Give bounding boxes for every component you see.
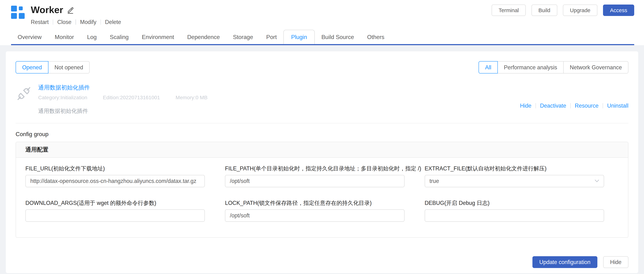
file-url-input[interactable] [26,175,205,187]
tab-log[interactable]: Log [80,30,103,44]
divider [53,20,53,25]
tab-overview[interactable]: Overview [11,30,48,44]
plugin-description: 通用数据初始化插件 [38,108,520,115]
field-extract-file: EXTRACT_FILE(默认自动对初始化文件进行解压) true [425,166,604,187]
lock-path-input[interactable] [225,210,404,222]
filter-all[interactable]: All [478,61,498,74]
field-label: DOWNLOAD_ARGS(适用于 wget 的额外命令行参数) [26,200,205,206]
field-label: DEBUG(开启 Debug 日志) [425,200,604,206]
plugin-memory: Memory:0 MB [176,94,208,100]
edit-title-pencil-icon[interactable] [67,7,74,14]
field-debug: DEBUG(开启 Debug 日志) [425,200,604,222]
resource-plugin-link[interactable]: Resource [575,102,599,109]
config-form: FILE_URL(初始化文件下载地址) FILE_PATH(单个目录初始化时，指… [16,158,628,237]
plugin-panel-card: Opened Not opened All Performance analys… [6,51,638,273]
plugin-state-filter: Opened Not opened [16,61,90,74]
tab-build-source[interactable]: Build Source [315,30,360,44]
title-row: Worker [31,4,121,16]
field-file-url: FILE_URL(初始化文件下载地址) [26,166,205,187]
field-label: FILE_PATH(单个目录初始化时，指定持久化目录地址；多目录初始化时，指定 … [225,166,404,172]
service-action-links: Restart Close Modify Delete [31,19,121,25]
plugin-meta: Category:Initialization Edition:20220713… [38,94,520,100]
config-footer: Update configuration Hide [16,256,628,269]
tab-others[interactable]: Others [361,30,391,44]
tab-environment[interactable]: Environment [135,30,180,44]
filter-row: Opened Not opened All Performance analys… [16,61,628,74]
extract-file-select[interactable]: true [425,175,604,187]
field-download-args: DOWNLOAD_ARGS(适用于 wget 的额外命令行参数) [26,200,205,222]
field-file-path: FILE_PATH(单个目录初始化时，指定持久化目录地址；多目录初始化时，指定 … [225,166,404,187]
plugin-category: Category:Initialization [38,94,88,100]
config-group-panel: 通用配置 FILE_URL(初始化文件下载地址) FILE_PATH(单个目录初… [16,142,628,238]
field-lock-path: LOCK_PATH(锁文件保存路径，指定任意存在的持久化目录) [225,200,404,222]
tab-dependence[interactable]: Dependence [181,30,226,44]
hide-plugin-link[interactable]: Hide [520,102,531,109]
update-configuration-button[interactable]: Update configuration [532,256,598,268]
hide-config-button[interactable]: Hide [603,256,628,268]
page-body: Opened Not opened All Performance analys… [0,45,644,273]
tab-scaling[interactable]: Scaling [103,30,135,44]
uninstall-plugin-link[interactable]: Uninstall [607,102,628,109]
plug-icon [16,86,32,101]
page-title: Worker [31,4,63,16]
file-path-input[interactable] [225,175,404,187]
filter-performance-analysis[interactable]: Performance analysis [498,61,564,74]
tab-bar: Overview Monitor Log Scaling Environment… [11,30,634,45]
header-top-row: Worker Restart Close Modify Delete [11,4,634,26]
config-group-label: Config group [16,131,628,138]
divider [570,103,571,108]
modify-link[interactable]: Modify [80,19,96,25]
deactivate-plugin-link[interactable]: Deactivate [540,102,566,109]
restart-link[interactable]: Restart [31,19,48,25]
plugin-category-filter: All Performance analysis Network Governa… [478,61,628,74]
plugin-name-link[interactable]: 通用数据初始化插件 [38,84,520,91]
divider [603,103,603,108]
chevron-down-icon [595,180,599,182]
plugin-actions: Hide Deactivate Resource Uninstall [520,96,628,115]
tab-port[interactable]: Port [260,30,283,44]
divider [76,20,76,25]
app-header: Worker Restart Close Modify Delete [0,0,644,45]
tab-monitor[interactable]: Monitor [48,30,80,44]
config-group-title: 通用配置 [16,142,628,158]
filter-opened[interactable]: Opened [16,61,48,74]
app-window: Worker Restart Close Modify Delete [0,0,644,274]
field-label: FILE_URL(初始化文件下载地址) [26,166,205,172]
app-logo-icon [11,5,25,19]
header-buttons: Terminal Build Upgrade Access [492,4,634,16]
download-args-input[interactable] [26,210,205,222]
plugin-edition: Edition:20220713161001 [103,94,160,100]
field-label: LOCK_PATH(锁文件保存路径，指定任意存在的持久化目录) [225,200,404,206]
divider [536,103,536,108]
build-button[interactable]: Build [532,4,557,16]
terminal-button[interactable]: Terminal [492,4,526,16]
access-button[interactable]: Access [603,4,634,16]
tab-storage[interactable]: Storage [226,30,260,44]
select-value: true [430,178,439,184]
filter-not-opened[interactable]: Not opened [48,61,90,74]
plugin-list-item: 通用数据初始化插件 Category:Initialization Editio… [16,84,628,124]
delete-link[interactable]: Delete [105,19,121,25]
tab-plugin[interactable]: Plugin [283,30,315,44]
title-block: Worker Restart Close Modify Delete [31,4,121,26]
divider [100,20,101,25]
debug-input[interactable] [425,210,604,222]
upgrade-button[interactable]: Upgrade [563,4,597,16]
field-label: EXTRACT_FILE(默认自动对初始化文件进行解压) [425,166,604,172]
close-link[interactable]: Close [57,19,72,25]
filter-network-governance[interactable]: Network Governance [563,61,628,74]
plugin-info: 通用数据初始化插件 Category:Initialization Editio… [38,84,520,115]
